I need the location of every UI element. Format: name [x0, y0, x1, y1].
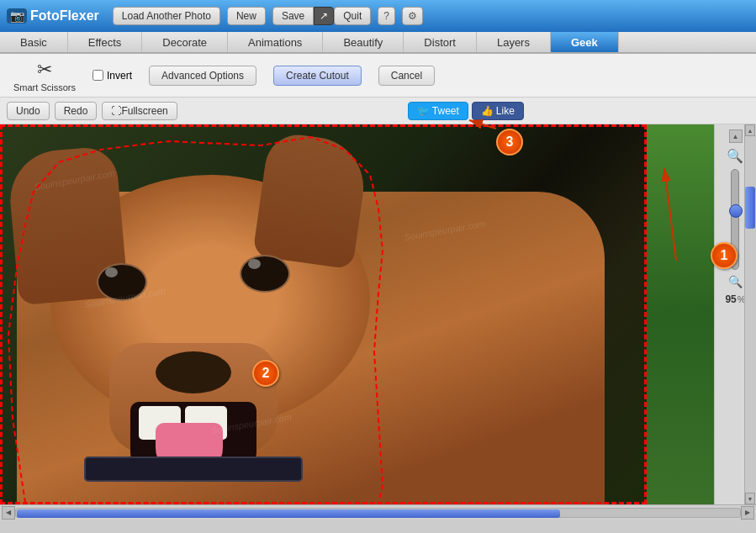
external-link-icon[interactable]: ↗ [314, 7, 334, 25]
zoom-out-icon[interactable]: 🔍 [728, 275, 743, 288]
h-scroll-thumb[interactable] [17, 509, 560, 518]
invert-label: Invert [107, 70, 132, 82]
canvas-area[interactable]: Souinspeurpair.com Souinspeurpair.com So… [0, 124, 714, 504]
redo-button[interactable]: Redo [55, 102, 98, 120]
tool-name-label: Smart Scissors [13, 82, 76, 92]
social-buttons: 🐦 Tweet 👍 Like [408, 102, 524, 120]
twitter-icon: 🐦 [417, 105, 430, 117]
quit-button[interactable]: Quit [334, 7, 371, 25]
app-logo: 📷 FotoFlexer [7, 8, 99, 24]
like-button[interactable]: 👍 Like [472, 102, 524, 120]
load-photo-button[interactable]: Load Another Photo [113, 7, 220, 25]
v-scroll-up[interactable]: ▲ [745, 124, 755, 136]
tab-decorate[interactable]: Decorate [142, 32, 228, 52]
zoom-in-icon[interactable]: 🔍 [727, 148, 743, 164]
tab-geek[interactable]: Geek [551, 32, 619, 52]
advanced-options-button[interactable]: Advanced Options [149, 66, 256, 86]
main-content: Souinspeurpair.com Souinspeurpair.com So… [0, 124, 756, 504]
camera-icon: 📷 [7, 8, 27, 24]
v-scroll-thumb[interactable] [745, 187, 755, 229]
settings-button[interactable]: ⚙ [402, 7, 423, 25]
new-button[interactable]: New [227, 7, 266, 25]
annotation-3: 3 [496, 129, 523, 156]
scroll-up-arrow[interactable]: ▲ [729, 129, 743, 143]
invert-checkbox[interactable] [93, 70, 103, 81]
header: 📷 FotoFlexer Load Another Photo New Save… [0, 0, 756, 32]
v-scroll-down[interactable]: ▼ [745, 493, 755, 504]
right-panel: ▲ 🔍 🔍 95 % ▲ ▼ [714, 124, 756, 504]
cancel-button[interactable]: Cancel [378, 66, 435, 86]
zoom-controls: 🔍 🔍 95 % [725, 148, 745, 305]
tab-distort[interactable]: Distort [404, 32, 477, 52]
scissors-tool[interactable]: ✂ Smart Scissors [13, 59, 76, 92]
dog-image: Souinspeurpair.com Souinspeurpair.com So… [0, 124, 714, 504]
like-icon: 👍 [481, 105, 494, 117]
tab-basic[interactable]: Basic [0, 32, 68, 52]
action-bar: Undo Redo ⛶Fullscreen 🐦 Tweet 👍 Like [0, 98, 756, 124]
undo-button[interactable]: Undo [7, 102, 50, 120]
help-button[interactable]: ? [378, 7, 395, 25]
tab-layers[interactable]: Layers [477, 32, 551, 52]
tab-beautify[interactable]: Beautify [323, 32, 404, 52]
tweet-button[interactable]: 🐦 Tweet [408, 102, 468, 120]
app-title: FotoFlexer [30, 8, 99, 24]
v-scroll-track [745, 136, 756, 493]
zoom-value: 95 [725, 293, 736, 305]
save-quit-group: Save ↗ Quit [272, 7, 371, 25]
h-scroll-left[interactable]: ◀ [2, 506, 15, 520]
vertical-scrollbar[interactable]: ▲ ▼ [744, 124, 756, 504]
zoom-slider-thumb[interactable] [729, 204, 743, 218]
annotation-1: 1 [711, 242, 737, 269]
save-button[interactable]: Save [272, 7, 314, 25]
background-strip [647, 124, 714, 504]
bottom-scrollbar: ◀ ▶ [0, 504, 756, 520]
nav-tabs: Basic Effects Decorate Animations Beauti… [0, 32, 756, 54]
annotation-2: 2 [252, 360, 279, 387]
h-scroll-track [15, 508, 741, 518]
zoom-value-row: 95 % [725, 293, 745, 305]
h-scroll-right[interactable]: ▶ [741, 506, 754, 520]
tab-animations[interactable]: Animations [228, 32, 323, 52]
fullscreen-button[interactable]: ⛶Fullscreen [102, 102, 177, 120]
tool-bar: ✂ Smart Scissors Invert Advanced Options… [0, 54, 756, 98]
scissors-icon: ✂ [37, 59, 52, 81]
create-cutout-button[interactable]: Create Cutout [273, 66, 362, 86]
tab-effects[interactable]: Effects [68, 32, 143, 52]
invert-checkbox-group: Invert [93, 70, 132, 82]
